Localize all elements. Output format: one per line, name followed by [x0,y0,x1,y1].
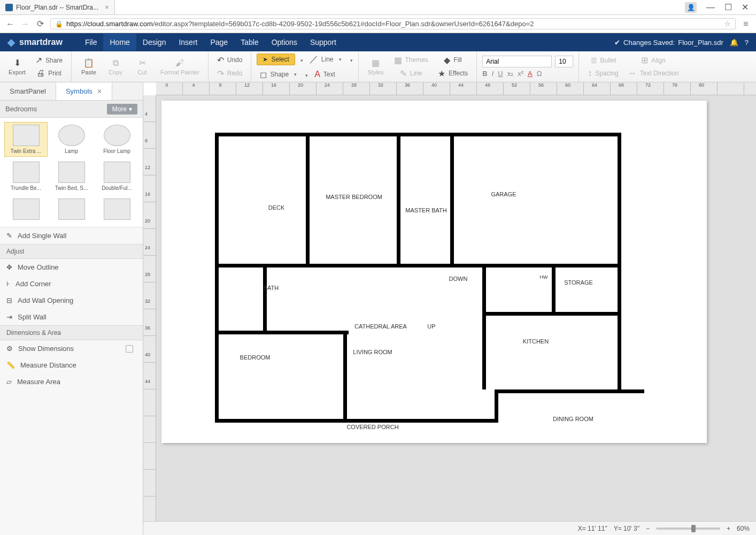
symbol-trundle-bed[interactable]: Trundle Be... [4,159,48,194]
brand-logo[interactable]: ◆ smartdraw [7,36,63,48]
menu-options[interactable]: Options [265,34,304,51]
italic-button[interactable]: I [492,70,494,78]
user-icon[interactable]: 👤 [685,2,697,13]
menu-insert[interactable]: Insert [172,34,204,51]
close-window-icon[interactable]: ✕ [742,2,749,12]
menu-design[interactable]: Design [136,34,173,51]
text-direction-button[interactable]: ↔Text Direction [625,67,682,79]
bookmark-icon[interactable]: ☆ [724,20,731,28]
forward-icon[interactable]: → [20,19,30,29]
minimize-icon[interactable]: — [706,3,715,12]
url-field[interactable]: 🔒 https://cloud.smartdraw.com/editor.asp… [50,18,736,29]
omega-button[interactable]: Ω [537,70,542,78]
zoom-out-icon[interactable]: − [646,525,650,532]
tab-symbols[interactable]: Symbols ✕ [56,82,112,100]
underline-button[interactable]: U [498,70,503,78]
add-wall-opening-button[interactable]: ⊟Add Wall Opening [0,292,143,309]
measure-distance-button[interactable]: 📏Measure Distance [0,357,143,373]
add-corner-button[interactable]: ⊦Add Corner [0,276,143,292]
zoom-slider[interactable] [656,528,720,530]
notification-icon[interactable]: 🔔 [730,39,738,47]
more-button[interactable]: More▾ [107,104,137,114]
themes-button[interactable]: ▦Themes [391,54,431,66]
symbol-extra-2[interactable] [50,196,93,223]
wall[interactable] [482,264,486,389]
split-wall-button[interactable]: ⇥Split Wall [0,309,143,325]
wall[interactable] [215,331,349,334]
show-dimensions-checkbox[interactable] [126,345,133,353]
menu-page[interactable]: Page [204,34,234,51]
effects-button[interactable]: ★Effects [435,67,471,80]
export-button[interactable]: ⬇Export [5,56,29,78]
styles-button[interactable]: ▦Styles [364,56,388,78]
wall[interactable] [263,264,267,333]
wall[interactable] [215,419,498,423]
drawing-canvas[interactable]: MASTER BEDROOM MASTER BATH GARAGE DECK B… [156,95,756,521]
wall[interactable] [397,133,400,266]
symbol-twin-bed[interactable]: Twin Bed, S... [50,159,93,194]
menu-table[interactable]: Table [234,34,265,51]
move-outline-button[interactable]: ✥Move Outline [0,259,143,276]
bold-button[interactable]: B [482,70,487,78]
wall[interactable] [618,133,621,266]
menu-file[interactable]: File [79,34,104,51]
wall[interactable] [215,133,219,422]
wall[interactable] [495,389,498,423]
menu-home[interactable]: Home [103,34,136,51]
browser-tab[interactable]: Floor_Plan.sdr -- SmartDra... × [0,0,115,14]
shape-tool-button[interactable]: ◻Shape [257,68,300,81]
symbol-floor-lamp[interactable]: Floor Lamp [95,122,138,157]
wall[interactable] [215,133,621,136]
close-tab-symbols-icon[interactable]: ✕ [97,88,102,95]
shape-dropdown[interactable] [303,70,308,79]
line-dropdown[interactable] [348,55,353,64]
symbol-double-bed[interactable]: Double/Ful... [95,159,138,194]
symbol-extra-3[interactable] [95,196,138,223]
zoom-in-icon[interactable]: + [727,525,730,532]
wall[interactable] [215,264,621,268]
menu-icon[interactable]: ≡ [741,19,751,29]
tab-smartpanel[interactable]: SmartPanel [0,82,56,100]
reload-icon[interactable]: ⟳ [35,19,45,29]
add-single-wall-button[interactable]: ✎Add Single Wall [0,227,143,244]
wall[interactable] [450,133,454,266]
cut-button[interactable]: ✂Cut [130,56,154,78]
wall[interactable] [343,331,347,422]
measure-area-button[interactable]: ▱Measure Area [0,373,143,390]
wall[interactable] [306,133,310,266]
line-tool-button[interactable]: ／Line [306,53,345,66]
symbol-extra-1[interactable] [4,196,48,223]
share-button[interactable]: ↗Share [32,54,66,66]
undo-button[interactable]: ↶Undo [214,54,246,66]
paste-button[interactable]: 📋Paste [77,56,101,78]
label-up: UP [427,323,435,330]
help-icon[interactable]: ? [745,39,749,47]
wall[interactable] [618,264,621,392]
subscript-button[interactable]: x₂ [507,70,514,78]
show-dimensions-toggle[interactable]: ⚙Show Dimensions [0,340,143,357]
back-icon[interactable]: ← [5,19,15,29]
font-color-button[interactable]: A [528,70,533,78]
symbol-lamp[interactable]: Lamp [50,122,93,157]
select-tool-button[interactable]: ➤Select [257,54,295,65]
symbol-twin-extra[interactable]: Twin Extra ... [4,122,48,157]
line-style-button[interactable]: ✎Line [391,67,431,80]
wall[interactable] [495,389,644,393]
maximize-icon[interactable]: ☐ [724,2,732,12]
spacing-button[interactable]: ↕Spacing [584,67,621,79]
align-button[interactable]: ⊞Align [625,54,682,66]
font-size-input[interactable] [555,56,573,67]
select-dropdown[interactable] [298,55,303,64]
fill-button[interactable]: ◆Fill [435,54,471,66]
redo-button[interactable]: ↷Redo [214,67,246,80]
copy-button[interactable]: ⧉Copy [104,56,127,78]
wall[interactable] [552,264,556,315]
font-name-input[interactable] [482,56,552,67]
print-button[interactable]: 🖨Print [32,67,66,79]
superscript-button[interactable]: x² [518,70,523,78]
text-tool-button[interactable]: AText [311,68,338,80]
bullet-button[interactable]: ≣Bullet [584,54,621,66]
close-tab-icon[interactable]: × [105,3,109,11]
format-painter-button[interactable]: 🖌Format Painter [157,56,203,78]
menu-support[interactable]: Support [304,34,343,51]
